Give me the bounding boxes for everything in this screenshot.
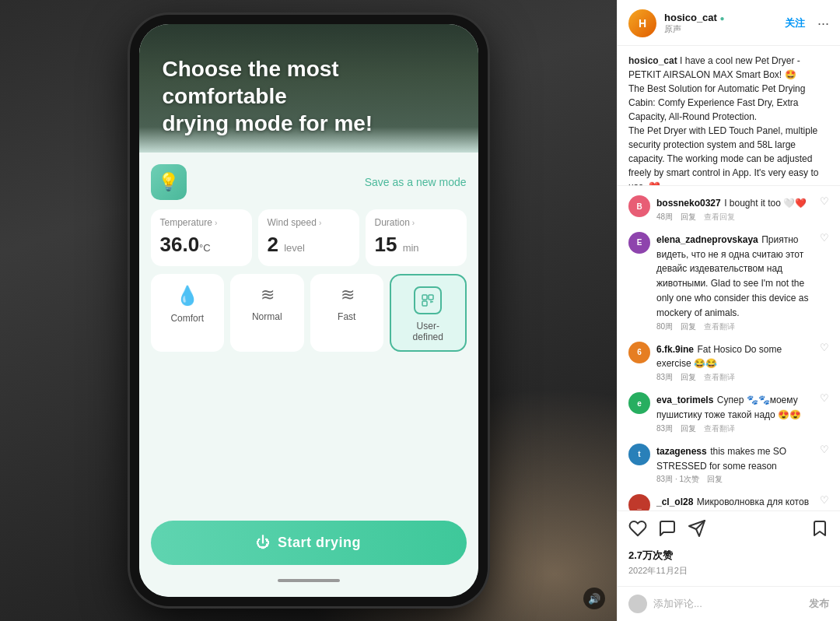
mode-comfort[interactable]: 💧 Comfort xyxy=(151,274,225,352)
comment-body: elena_zadneprovskaya Приятно видеть, что… xyxy=(656,232,814,332)
sidebar: H hosico_cat ● 原声 关注 ··· hosico_cat I ha… xyxy=(617,0,840,621)
follow-button[interactable]: 关注 xyxy=(785,16,805,30)
wind-speed-unit: level xyxy=(284,242,305,254)
fast-icon: ≋ xyxy=(341,285,353,305)
wind-speed-label: Wind speed › xyxy=(268,217,350,228)
comfort-label: Comfort xyxy=(170,313,204,324)
screen-headline: Choose the mostcomfortabledrying mode fo… xyxy=(163,55,455,137)
likes-count: 2.7万次赞 xyxy=(628,549,829,563)
comment-text: Микроволновка для котов xyxy=(697,496,809,507)
fast-label: Fast xyxy=(338,311,355,322)
verified-dot: ● xyxy=(720,14,725,23)
start-drying-label: Start drying xyxy=(278,535,361,551)
comment-button[interactable] xyxy=(658,519,677,542)
lightbulb-button[interactable]: 💡 xyxy=(151,164,187,200)
comment-item: E elena_zadneprovskaya Приятно видеть, ч… xyxy=(618,227,840,337)
comment-meta: 83周 回复 查看翻译 xyxy=(656,423,814,434)
comment-avatar[interactable]: E xyxy=(628,232,650,254)
comment-avatar[interactable]: t xyxy=(628,444,650,465)
card-top-row: 💡 Save as a new mode xyxy=(151,164,467,200)
comment-item: e eva_torimels Супер 🐾🐾моему пушистику т… xyxy=(618,388,840,439)
mode-normal[interactable]: ≋ Normal xyxy=(230,274,304,352)
comment-body: eva_torimels Супер 🐾🐾моему пушистику тож… xyxy=(656,392,814,434)
comment-username: bossneko0327 xyxy=(656,198,721,209)
mode-fast[interactable]: ≋ Fast xyxy=(310,274,384,352)
actions-bar: 2.7万次赞 2022年11月2日 xyxy=(618,510,840,586)
profile-subtitle: 原声 xyxy=(664,23,777,35)
duration-label: Duration › xyxy=(375,217,457,228)
comment-avatar[interactable]: 6 xyxy=(628,342,650,363)
like-button[interactable] xyxy=(628,519,647,542)
comment-like-icon[interactable]: ♡ xyxy=(820,342,829,353)
screen-top: Choose the mostcomfortabledrying mode fo… xyxy=(139,24,478,153)
phone-screen: Choose the mostcomfortabledrying mode fo… xyxy=(139,24,478,597)
wind-speed-arrow: › xyxy=(319,219,321,227)
svg-rect-0 xyxy=(422,295,427,300)
bookmark-button[interactable] xyxy=(810,519,829,542)
comment-item: _ _cl_ol28 Микроволновка для котов 84周 回… xyxy=(618,489,840,510)
comment-item: t tazageness this makes me SO STRESSED f… xyxy=(618,439,840,490)
caption-text: I have a cool new Pet Dryer - PETKIT AIR… xyxy=(628,55,818,186)
screen-card: 💡 Save as a new mode Temperature › 36.0°… xyxy=(139,153,478,597)
user-defined-icon xyxy=(414,286,442,314)
duration-card[interactable]: Duration › 15 min xyxy=(366,209,467,266)
wind-speed-card[interactable]: Wind speed › 2 level xyxy=(258,209,359,266)
comments-area[interactable]: B bossneko0327 I bought it too 🤍❤️ 48周 回… xyxy=(618,186,840,510)
comment-username: 6.fk.9ine xyxy=(656,344,694,355)
temperature-value: 36.0°C xyxy=(160,233,243,257)
power-icon: ⏻ xyxy=(256,535,270,551)
comment-meta: 83周 · 1次赞 回复 xyxy=(656,474,814,485)
user-defined-label: User-defined xyxy=(413,321,443,342)
comment-text: I bought it too 🤍❤️ xyxy=(724,198,807,209)
post-comment-button[interactable]: 发布 xyxy=(809,597,829,611)
home-indicator xyxy=(151,573,467,585)
normal-label: Normal xyxy=(252,311,282,322)
duration-unit: min xyxy=(403,242,419,254)
stats-row: Temperature › 36.0°C Wind speed › xyxy=(151,209,467,266)
comment-like-icon[interactable]: ♡ xyxy=(820,494,829,506)
start-drying-button[interactable]: ⏻ Start drying xyxy=(151,521,467,565)
svg-rect-1 xyxy=(429,295,433,300)
mode-user-defined[interactable]: User-defined xyxy=(390,274,467,352)
svg-rect-2 xyxy=(422,301,427,306)
save-mode-link[interactable]: Save as a new mode xyxy=(365,176,467,188)
comment-meta: 80周 回复 查看翻译 xyxy=(656,321,814,332)
profile-header: H hosico_cat ● 原声 关注 ··· xyxy=(618,0,840,46)
comment-avatar[interactable]: e xyxy=(628,392,650,414)
temperature-arrow: › xyxy=(215,219,217,227)
comment-like-icon[interactable]: ♡ xyxy=(820,232,829,244)
comment-like-icon[interactable]: ♡ xyxy=(820,392,829,404)
comment-body: 6.fk.9ine Fat Hosico Do some exercise 😂😂… xyxy=(656,342,814,384)
avatar[interactable]: H xyxy=(628,9,656,37)
svg-rect-4 xyxy=(431,300,432,303)
more-options-button[interactable]: ··· xyxy=(813,16,829,32)
temperature-card[interactable]: Temperature › 36.0°C xyxy=(151,209,252,266)
temperature-label: Temperature › xyxy=(160,217,243,228)
duration-arrow: › xyxy=(412,219,415,227)
post-date: 2022年11月2日 xyxy=(628,565,829,577)
comment-avatar[interactable]: B xyxy=(628,195,650,217)
comment-meta: 83周 回复 查看翻译 xyxy=(656,372,814,383)
profile-info: hosico_cat ● 原声 xyxy=(664,12,777,35)
comment-like-icon[interactable]: ♡ xyxy=(820,195,829,207)
comment-like-icon[interactable]: ♡ xyxy=(820,444,829,455)
caption-username: hosico_cat xyxy=(628,55,677,66)
comment-meta: 48周 回复 查看回复 xyxy=(656,212,814,223)
comment-username: elena_zadneprovskaya xyxy=(656,234,758,245)
comment-item: B bossneko0327 I bought it too 🤍❤️ 48周 回… xyxy=(618,191,840,227)
comment-body: bossneko0327 I bought it too 🤍❤️ 48周 回复 … xyxy=(656,195,814,223)
share-button[interactable] xyxy=(688,519,706,542)
action-icons xyxy=(628,519,829,542)
comment-avatar[interactable]: _ xyxy=(628,494,650,510)
comment-body: tazageness this makes me SO STRESSED for… xyxy=(656,444,814,486)
media-area: Choose the mostcomfortabledrying mode fo… xyxy=(0,0,617,621)
comfort-icon: 💧 xyxy=(176,285,199,307)
volume-badge[interactable]: 🔊 xyxy=(583,588,605,609)
comment-username: eva_torimels xyxy=(656,395,713,405)
temperature-unit: °C xyxy=(199,242,211,254)
wind-speed-value: 2 level xyxy=(268,233,350,257)
add-comment-avatar xyxy=(628,595,647,613)
add-comment-input[interactable]: 添加评论... xyxy=(653,597,803,611)
comment-text: Приятно видеть, что не я одна считаю это… xyxy=(656,234,808,318)
comment-username: tazageness xyxy=(656,446,707,457)
